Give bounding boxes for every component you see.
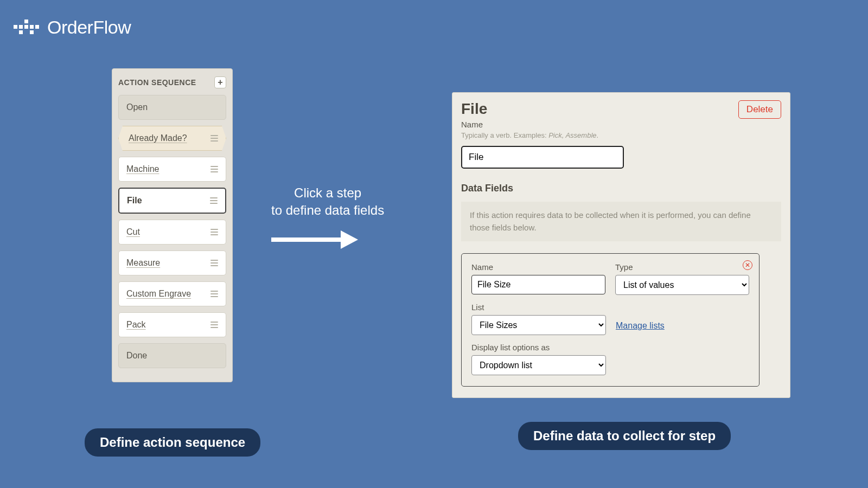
seq-item-measure[interactable]: Measure: [118, 251, 226, 275]
seq-item-open: Open: [118, 95, 226, 120]
name-label: Name: [461, 120, 598, 129]
step-title: File: [461, 100, 598, 118]
data-fields-info: If this action requires data to be colle…: [461, 202, 781, 241]
seq-item-label: Pack: [126, 320, 146, 330]
field-name-label: Name: [471, 262, 605, 272]
remove-field-button[interactable]: ✕: [743, 260, 752, 270]
drag-handle-icon[interactable]: [210, 291, 218, 297]
drag-handle-icon[interactable]: [210, 260, 218, 266]
field-type-select[interactable]: List of values: [615, 275, 749, 295]
data-field-card: ✕ Name Type List of values List File Siz…: [461, 253, 760, 387]
seq-item-label: Cut: [126, 227, 140, 237]
drag-handle-icon[interactable]: [210, 229, 218, 235]
seq-item-machine[interactable]: Machine: [118, 157, 226, 182]
field-list-select[interactable]: File Sizes: [471, 315, 606, 335]
seq-item-label: Measure: [126, 258, 160, 268]
drag-handle-icon[interactable]: [210, 197, 218, 204]
seq-item-label: Machine: [126, 164, 159, 174]
arrow-right-icon: [271, 230, 358, 248]
data-fields-heading: Data Fields: [461, 183, 781, 194]
action-sequence-panel: ACTION SEQUENCE + Open Already Made? Mac…: [112, 68, 233, 382]
seq-item-custom-engrave[interactable]: Custom Engrave: [118, 281, 226, 306]
manage-lists-link[interactable]: Manage lists: [616, 321, 665, 331]
field-list-label: List: [471, 303, 606, 312]
sequence-title: ACTION SEQUENCE: [118, 78, 196, 87]
seq-item-pack[interactable]: Pack: [118, 312, 226, 337]
center-annotation: Click a step to define data fields: [271, 184, 384, 248]
field-type-label: Type: [615, 262, 749, 272]
field-name-input[interactable]: [471, 275, 605, 294]
caption-right: Define data to collect for step: [518, 422, 731, 450]
seq-item-done: Done: [118, 343, 226, 368]
name-hint: Typically a verb. Examples: Pick, Assemb…: [461, 131, 598, 139]
seq-item-file[interactable]: File: [118, 188, 226, 214]
drag-handle-icon[interactable]: [210, 322, 218, 328]
step-name-input[interactable]: [461, 146, 624, 169]
seq-item-label: Custom Engrave: [126, 289, 191, 299]
field-display-label: Display list options as: [471, 343, 606, 352]
delete-button[interactable]: Delete: [738, 100, 781, 119]
seq-item-label: Open: [126, 102, 148, 112]
seq-item-already-made[interactable]: Already Made?: [118, 126, 226, 151]
field-display-select[interactable]: Dropdown list: [471, 355, 606, 375]
drag-handle-icon[interactable]: [210, 166, 218, 172]
seq-item-label: Already Made?: [129, 133, 187, 143]
seq-item-label: Done: [126, 351, 147, 361]
add-step-button[interactable]: +: [214, 76, 226, 88]
logo-mark-icon: [14, 16, 40, 38]
annotation-line: Click a step: [271, 184, 384, 202]
seq-item-label: File: [127, 196, 142, 206]
logo-text: OrderFlow: [47, 17, 131, 38]
drag-handle-icon[interactable]: [210, 135, 218, 142]
caption-left: Define action sequence: [85, 428, 260, 457]
annotation-line: to define data fields: [271, 202, 384, 219]
step-detail-panel: File Name Typically a verb. Examples: Pi…: [452, 92, 790, 398]
seq-item-cut[interactable]: Cut: [118, 220, 226, 245]
app-logo: OrderFlow: [14, 16, 131, 38]
